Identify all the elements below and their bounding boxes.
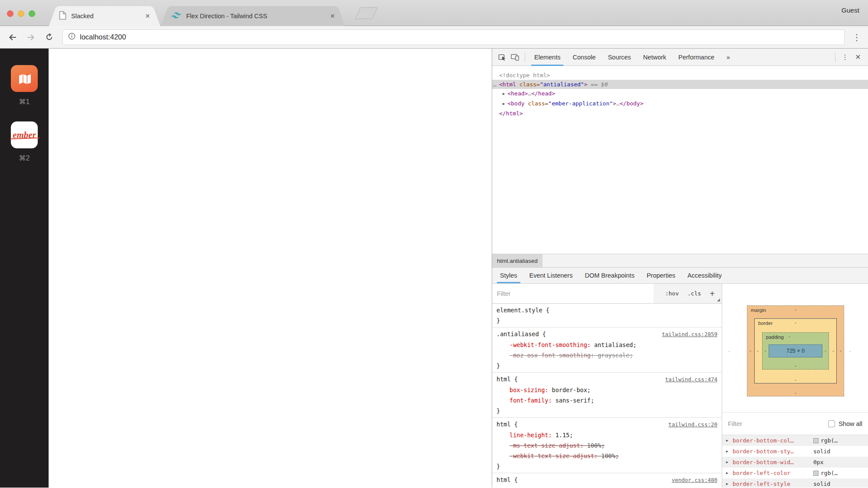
tab-console[interactable]: Console [566,49,602,66]
computed-properties-list: ▶border-bottom-col…rgb(… ▶border-bottom-… [722,435,868,488]
show-all-checkbox[interactable] [828,420,835,427]
content-area: ⌘1 ember ⌘2 Elements Console Sources [0,49,868,488]
expand-arrow-icon[interactable]: ▶ [726,460,733,464]
tab-close-icon[interactable]: ✕ [145,13,150,20]
dollar-zero-marker: == $0 [591,81,608,88]
breadcrumb-item[interactable]: html.antialiased [492,254,542,267]
tab-styles[interactable]: Styles [494,268,523,283]
expand-arrow-icon[interactable]: ▶ [726,439,733,442]
dom-node-html-selected[interactable]: …<html class="antialiased"> == $0 [492,80,868,89]
collapsed-marker: … [493,80,496,89]
box-model-padding[interactable]: padding - - - - 725 × 0 [762,332,829,370]
toolbar-separator [525,52,525,62]
tab-tailwind[interactable]: Flex Direction - Tailwind CSS ✕ [170,6,336,26]
tab-dom-breakpoints[interactable]: DOM Breakpoints [579,268,640,283]
site-info-icon[interactable] [68,33,76,42]
back-button[interactable] [5,30,20,45]
computed-property-row[interactable]: ▶border-bottom-col…rgb(… [722,435,868,446]
url-bar[interactable]: localhost:4200 [62,29,845,45]
more-tabs-button[interactable]: » [720,49,736,66]
class-toggle-button[interactable]: .cls [687,290,701,297]
css-rule-html-20[interactable]: html {tailwind.css:20 line-height: 1.15;… [492,418,722,473]
tab-close-icon[interactable]: ✕ [330,13,335,20]
pseudo-state-button[interactable]: :hov [665,290,679,297]
computed-property-row[interactable]: ▶border-bottom-wid…0px [722,457,868,468]
inspect-element-icon[interactable] [496,51,509,63]
css-property-overridden[interactable]: -ms-text-size-adjust: 100%; [496,440,717,451]
stylesheet-link[interactable]: tailwind.css:474 [665,374,717,385]
dom-node-body[interactable]: ▶<body class="ember-application">…</body… [492,99,868,109]
box-model-margin[interactable]: margin - - - - border - - - - [747,305,844,396]
tab-network[interactable]: Network [637,49,672,66]
stylesheet-link[interactable]: tailwind.css:2859 [662,329,717,340]
expand-arrow-icon[interactable]: ▶ [503,89,505,98]
tab-event-listeners[interactable]: Event Listeners [523,268,579,283]
expand-arrow-icon[interactable]: ▶ [726,471,733,475]
styles-filter-input[interactable] [492,284,654,303]
css-property-inactive[interactable]: -moz-osx-font-smoothing: grayscale; [496,350,717,360]
tab-slacked-inner: Slacked ✕ [58,6,151,26]
sidebar-item-ember[interactable]: ember [11,121,38,148]
tab-elements[interactable]: Elements [528,49,566,66]
reload-button[interactable] [42,30,56,45]
css-rule-html-474[interactable]: html {tailwind.css:474 box-sizing: borde… [492,373,722,418]
traffic-lights [7,10,35,17]
tab-properties[interactable]: Properties [641,268,681,283]
stylesheet-link[interactable]: tailwind.css:20 [668,419,717,430]
browser-menu-button[interactable]: ⋮ [851,32,863,43]
dom-node-html-close[interactable]: </html> [492,109,868,118]
css-property[interactable]: -webkit-font-smoothing: antialiased; [496,340,717,350]
devtools-close-button[interactable]: ✕ [852,53,865,61]
tab-slacked[interactable]: Slacked ✕ [58,6,151,26]
computed-filter-input[interactable] [728,420,825,427]
styles-filter-bar: :hov .cls + [492,284,722,304]
box-model-diagram: - - margin - - - - border - - [722,284,868,412]
css-property-overridden[interactable]: -webkit-text-size-adjust: 100%; [496,451,717,461]
tab-strip: Slacked ✕ Flex Direction - Tailwind CSS … [0,0,868,26]
page-viewport [49,49,492,488]
box-model-content[interactable]: 725 × 0 [769,344,822,357]
tab-title: Slacked [71,13,94,20]
tab-performance[interactable]: Performance [672,49,720,66]
stylesheet-link[interactable]: vendor.css:480 [672,475,717,485]
box-model-border[interactable]: border - - - - padding - - - [754,318,837,383]
devtools-panel: Elements Console Sources Network Perform… [492,49,868,488]
tab-accessibility[interactable]: Accessibility [681,268,728,283]
expand-arrow-icon[interactable]: ▶ [726,449,733,453]
css-property[interactable]: box-sizing: border-box; [496,385,717,395]
profile-label: Guest [842,7,859,14]
css-property[interactable]: font-family: sans-serif; [496,395,717,406]
dom-breadcrumb-bar: html.antialiased [492,254,868,267]
sidebar-item-slacked[interactable] [11,65,38,92]
css-rule-html-vendor-480[interactable]: html {vendor.css:480 box-sizing: border-… [492,473,722,488]
css-rule-antialiased[interactable]: .antialiased {tailwind.css:2859 -webkit-… [492,328,722,373]
device-toolbar-icon[interactable] [509,51,522,63]
computed-property-row[interactable]: ▶border-left-stylesolid [722,478,868,488]
computed-pane: - - margin - - - - border - - [722,284,868,488]
url-text: localhost:4200 [80,33,126,41]
close-window-button[interactable] [7,10,13,17]
zoom-window-button[interactable] [29,10,35,17]
css-rule-element-style[interactable]: element.style { } [492,304,722,328]
toolbar-separator [835,52,835,62]
shortcut-label: ⌘1 [19,98,30,106]
css-property-overridden[interactable]: box-sizing: border-box; [496,485,717,488]
css-property[interactable]: line-height: 1.15; [496,430,717,440]
show-all-toggle[interactable]: Show all [828,420,862,427]
dom-node-head[interactable]: ▶<head>…</head> [492,89,868,99]
styles-pane-tabs: Styles Event Listeners DOM Breakpoints P… [492,267,868,284]
new-style-rule-button[interactable]: + [710,289,715,298]
new-tab-button[interactable] [355,7,378,19]
dom-tree: <!doctype html> …<html class="antialiase… [492,66,868,254]
minimize-window-button[interactable] [18,10,24,17]
dom-doctype[interactable]: <!doctype html> [492,71,868,80]
tab-title: Flex Direction - Tailwind CSS [186,13,267,20]
expand-arrow-icon[interactable]: ▶ [503,99,505,108]
tab-sources[interactable]: Sources [602,49,637,66]
computed-filter-bar: Show all [722,412,868,435]
expand-arrow-icon[interactable]: ▶ [726,482,733,486]
computed-property-row[interactable]: ▶border-left-colorrgb(… [722,468,868,478]
devtools-menu-button[interactable]: ⋮ [838,53,852,61]
forward-button[interactable] [23,30,38,45]
computed-property-row[interactable]: ▶border-bottom-sty…solid [722,446,868,457]
